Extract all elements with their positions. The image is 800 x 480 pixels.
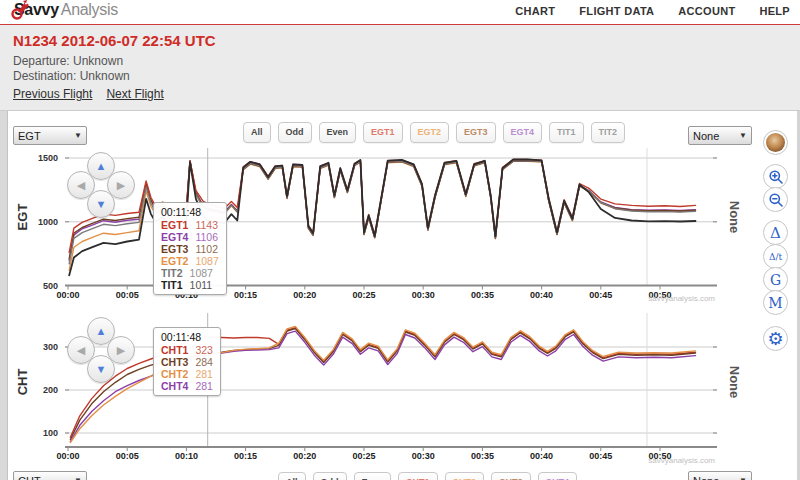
svg-text:00:00: 00:00	[56, 290, 79, 300]
g-meter-icon[interactable]: G	[763, 267, 788, 292]
nav-flight-data[interactable]: FLIGHT DATA	[579, 5, 654, 17]
svg-text:00:30: 00:30	[412, 290, 435, 300]
chart-group-select-bottom[interactable]: CHT ▼	[13, 471, 87, 480]
tooltip-row-tit2: TIT21087	[161, 267, 219, 279]
right-overlay-label: None	[724, 360, 742, 404]
series-button-cht1[interactable]: CHT1	[398, 472, 438, 480]
next-flight-link[interactable]: Next Flight	[106, 87, 163, 101]
previous-flight-link[interactable]: Previous Flight	[13, 87, 92, 101]
zoom-in-icon[interactable]	[763, 164, 788, 189]
series-button-odd[interactable]: Odd	[278, 122, 312, 143]
svg-text:00:15: 00:15	[234, 290, 257, 300]
chevron-down-icon: ▼	[739, 476, 747, 480]
series-button-cht3[interactable]: CHT3	[491, 472, 531, 480]
y-axis-tick-label: 500	[28, 281, 58, 291]
settings-gear-icon-glyph: ⚙	[767, 328, 783, 349]
series-button-tit1[interactable]: TIT1	[549, 122, 584, 143]
y-axis-tick-label: 100	[28, 428, 58, 438]
tooltip-row-egt1: EGT11143	[161, 219, 219, 231]
chevron-down-icon: ▼	[739, 131, 747, 140]
flight-nav-links: Previous FlightNext Flight	[13, 87, 178, 101]
svg-text:00:05: 00:05	[116, 451, 139, 461]
tooltip-row-cht1: CHT1323	[161, 344, 213, 356]
series-button-egt4[interactable]: EGT4	[503, 122, 543, 143]
svg-text:00:15: 00:15	[234, 451, 257, 461]
svg-text:00:35: 00:35	[471, 451, 494, 461]
series-button-egt3[interactable]: EGT3	[456, 122, 496, 143]
tooltip-row-egt2: EGT21087	[161, 255, 219, 267]
series-toggle-row-bottom: AllOddEvenCHT1CHT2CHT3CHT4	[278, 472, 577, 480]
delta-t-icon[interactable]: Δ/t	[763, 244, 788, 269]
avatar	[766, 133, 785, 152]
series-button-even[interactable]: Even	[354, 472, 392, 480]
flight-departure: Departure: Unknown	[13, 54, 123, 68]
svg-text:00:05: 00:05	[116, 290, 139, 300]
g-meter-icon-glyph: G	[770, 272, 781, 288]
settings-gear-icon[interactable]: ⚙	[763, 326, 788, 351]
cht-pan-down-button[interactable]: ▼	[87, 355, 115, 383]
chevron-down-icon: ▼	[74, 476, 82, 480]
flight-info-band: N1234 2012-06-07 22:54 UTC Departure: Un…	[0, 25, 800, 111]
flight-destination: Destination: Unknown	[13, 69, 130, 83]
left-gutter	[0, 111, 8, 480]
svg-text:00:20: 00:20	[293, 451, 316, 461]
tooltip-row-egt4: EGT41106	[161, 231, 219, 243]
egt-axis-title: EGT	[15, 195, 33, 239]
delta-icon-glyph: Δ	[770, 224, 781, 242]
watermark: savvyanalysis.com	[565, 294, 715, 303]
watermark: savvyanalysis.com	[565, 456, 715, 465]
series-button-egt2[interactable]: EGT2	[410, 122, 450, 143]
series-button-cht2[interactable]: CHT2	[445, 472, 485, 480]
nav-help[interactable]: HELP	[759, 5, 790, 17]
y-axis-tick-label: 1500	[28, 153, 58, 163]
data-tooltip: 00:11:48EGT11143EGT41106EGT31102EGT21087…	[153, 202, 227, 295]
series-button-cht4[interactable]: CHT4	[538, 472, 578, 480]
cht-axis-title: CHT	[15, 360, 33, 404]
map-icon[interactable]: M	[763, 290, 788, 315]
right-overlay-label: None	[724, 195, 742, 239]
chart-group-select[interactable]: EGT ▼	[13, 126, 87, 145]
brand-logo[interactable]: SavvyAnalysis	[10, 1, 118, 19]
egt-pan-down-button[interactable]: ▼	[87, 190, 115, 218]
map-icon-glyph: M	[768, 295, 782, 311]
data-tooltip: 00:11:48CHT1323CHT3284CHT2281CHT4281	[153, 327, 221, 396]
svg-text:00:00: 00:00	[56, 451, 79, 461]
series-button-even[interactable]: Even	[319, 122, 357, 143]
series-toggle-row: AllOddEvenEGT1EGT2EGT3EGT4TIT1TIT2	[243, 122, 625, 143]
svg-text:00:35: 00:35	[471, 290, 494, 300]
brand-name-light: Analysis	[61, 1, 118, 19]
series-button-all[interactable]: All	[278, 472, 306, 480]
svg-text:00:40: 00:40	[530, 290, 553, 300]
overlay-select-bottom[interactable]: None ▼	[688, 471, 752, 480]
overlay-select-bottom-value: None	[693, 475, 736, 480]
tooltip-row-egt3: EGT31102	[161, 243, 219, 255]
tooltip-time: 00:11:48	[161, 331, 213, 343]
y-axis-tick-label: 300	[28, 342, 58, 352]
series-button-egt1[interactable]: EGT1	[363, 122, 403, 143]
main-nav: CHARTFLIGHT DATAACCOUNTHELP	[515, 5, 790, 17]
delta-icon[interactable]: Δ	[763, 220, 788, 245]
savvy-analysis-page: SavvyAnalysis CHARTFLIGHT DATAACCOUNTHEL…	[0, 0, 800, 480]
tooltip-row-cht3: CHT3284	[161, 356, 213, 368]
tooltip-row-cht4: CHT4281	[161, 380, 213, 392]
chart-group-select-bottom-value: CHT	[18, 475, 71, 480]
svg-text:00:20: 00:20	[293, 290, 316, 300]
svg-text:00:40: 00:40	[530, 451, 553, 461]
svg-text:00:25: 00:25	[352, 290, 375, 300]
chart-group-select-value: EGT	[18, 130, 71, 142]
profile-photo-icon[interactable]	[763, 130, 788, 155]
svg-text:00:25: 00:25	[352, 451, 375, 461]
svg-text:00:30: 00:30	[412, 451, 435, 461]
series-button-all[interactable]: All	[243, 122, 271, 143]
nav-account[interactable]: ACCOUNT	[678, 5, 735, 17]
overlay-select-top[interactable]: None ▼	[688, 126, 752, 145]
delta-t-icon-glyph: Δ/t	[769, 252, 782, 262]
series-button-odd[interactable]: Odd	[313, 472, 347, 480]
flight-title: N1234 2012-06-07 22:54 UTC	[13, 32, 216, 49]
tooltip-row-tit1: TIT11011	[161, 279, 219, 291]
chevron-down-icon: ▼	[74, 131, 82, 140]
tooltip-time: 00:11:48	[161, 206, 219, 218]
nav-chart[interactable]: CHART	[515, 5, 555, 17]
series-button-tit2[interactable]: TIT2	[591, 122, 626, 143]
zoom-out-icon[interactable]	[763, 187, 788, 212]
